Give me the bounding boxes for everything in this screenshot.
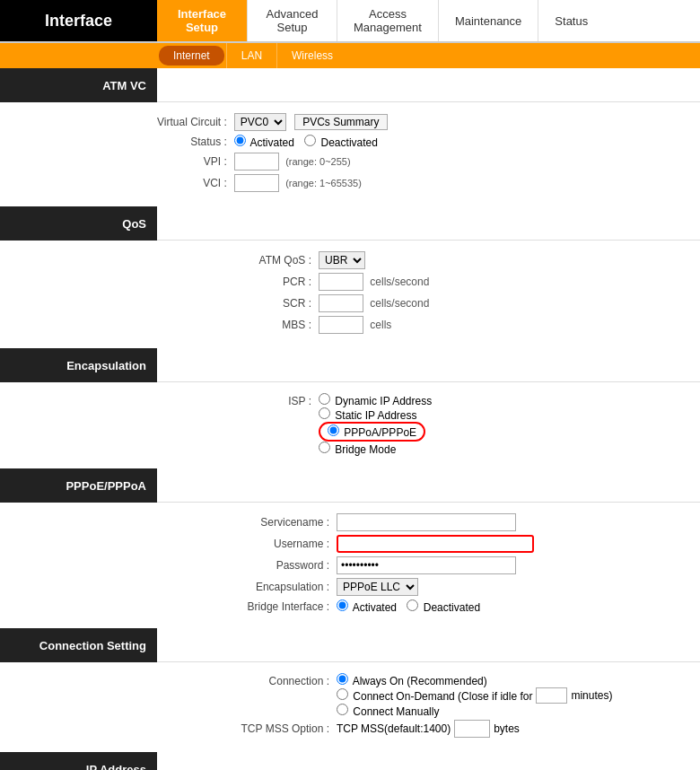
bridge-activated-radio[interactable]: [337, 599, 348, 611]
bridge-mode-label[interactable]: Bridge Mode: [319, 443, 396, 456]
status-label: Status :: [157, 135, 234, 153]
vpi-input[interactable]: 0: [234, 153, 279, 171]
tab-maintenance[interactable]: Maintenance: [438, 0, 538, 41]
connect-on-demand-radio[interactable]: [337, 688, 348, 700]
isp-label: ISP :: [157, 393, 319, 458]
bridge-activated-label[interactable]: Activated: [337, 601, 399, 614]
virtual-circuit-label: Virtual Circuit :: [157, 113, 234, 135]
pppoe-ppoa-header: PPPoE/PPPoA: [0, 468, 157, 503]
atm-qos-label: ATM QoS :: [157, 251, 319, 273]
connect-on-demand-label[interactable]: Connect On-Demand (Close if idle for: [337, 688, 532, 703]
scr-label: SCR :: [157, 294, 319, 316]
servicename-label: Servicename :: [157, 513, 337, 535]
vci-input[interactable]: 33: [234, 174, 279, 192]
always-on-radio[interactable]: [337, 673, 348, 685]
pcr-unit: cells/second: [370, 276, 429, 288]
bridge-interface-label: Bridge Interface :: [157, 599, 337, 617]
tab-access-management[interactable]: AccessManagement: [337, 0, 438, 41]
password-label: Password :: [157, 556, 337, 578]
scr-unit: cells/second: [370, 297, 429, 310]
tcp-mss-unit: bytes: [494, 722, 520, 735]
static-ip-radio[interactable]: [319, 407, 330, 419]
encapsulation-select[interactable]: PPPoE LLC: [337, 578, 418, 596]
tab-interface-setup[interactable]: InterfaceSetup: [157, 0, 247, 41]
mbs-unit: cells: [370, 319, 391, 331]
brand: Interface: [0, 0, 157, 41]
tab-advanced-setup[interactable]: AdvancedSetup: [247, 0, 337, 41]
encapsulation-header: Encapsulation: [0, 348, 157, 382]
tab-status[interactable]: Status: [538, 0, 604, 41]
connection-setting-header: Connection Setting: [0, 628, 157, 662]
pvcs-summary-btn[interactable]: PVCs Summary: [294, 114, 387, 130]
bridge-mode-radio[interactable]: [319, 442, 330, 453]
always-on-label[interactable]: Always On (Recommended): [337, 675, 487, 687]
dynamic-ip-label[interactable]: Dynamic IP Address: [319, 395, 432, 407]
username-input[interactable]: 1234567890000@beltel.by: [337, 535, 534, 553]
mbs-label: MBS :: [157, 316, 319, 337]
scr-input[interactable]: 0: [319, 294, 363, 312]
status-activated-radio[interactable]: [234, 135, 246, 146]
ip-address-header: IP Address: [0, 752, 157, 770]
pcr-input[interactable]: 0: [319, 273, 363, 291]
vci-label: VCI :: [157, 174, 234, 196]
status-control: Activated Deactivated: [234, 135, 388, 153]
bridge-deactivated-radio[interactable]: [407, 599, 418, 611]
atm-qos-select[interactable]: UBR: [319, 251, 365, 269]
dynamic-ip-radio[interactable]: [319, 393, 330, 405]
virtual-circuit-control[interactable]: PVC0 PVCs Summary: [234, 113, 388, 135]
sub-tab-wireless[interactable]: Wireless: [276, 43, 347, 68]
virtual-circuit-select[interactable]: PVC0: [234, 113, 286, 131]
sub-tab-internet[interactable]: Internet: [159, 46, 224, 66]
mbs-input[interactable]: 0: [319, 316, 363, 334]
username-label: Username :: [157, 535, 337, 556]
pppoa-pppoe-radio[interactable]: [328, 424, 339, 436]
tcp-mss-label: TCP MSS Option :: [157, 720, 337, 741]
bridge-deactivated-label[interactable]: Deactivated: [407, 601, 480, 614]
sub-tab-lan[interactable]: LAN: [226, 43, 276, 68]
servicename-input[interactable]: [337, 513, 516, 531]
vpi-range-hint: (range: 0~255): [285, 156, 350, 167]
tcp-mss-input[interactable]: 1400: [454, 720, 490, 738]
qos-header: QoS: [0, 206, 157, 241]
vci-range-hint: (range: 1~65535): [285, 178, 362, 188]
status-deactivated-radio[interactable]: [304, 135, 316, 146]
pcr-label: PCR :: [157, 273, 319, 294]
vpi-label: VPI :: [157, 153, 234, 174]
static-ip-label[interactable]: Static IP Address: [319, 409, 417, 422]
idle-time-input[interactable]: [536, 687, 567, 704]
pppoa-pppoe-label[interactable]: PPPoA/PPPoE: [328, 424, 416, 439]
connect-manually-radio[interactable]: [337, 704, 348, 715]
atm-vc-header: ATM VC: [0, 68, 157, 102]
status-activated-label[interactable]: Activated: [234, 136, 297, 149]
tcp-mss-default: TCP MSS(default:1400): [337, 722, 451, 735]
connection-label: Connection :: [157, 673, 337, 720]
minutes-unit: minutes): [571, 689, 612, 702]
encapsulation-label: Encapsulation :: [157, 578, 337, 599]
password-input[interactable]: [337, 556, 516, 574]
connect-manually-label[interactable]: Connect Manually: [337, 705, 439, 718]
status-deactivated-label[interactable]: Deactivated: [304, 136, 378, 149]
